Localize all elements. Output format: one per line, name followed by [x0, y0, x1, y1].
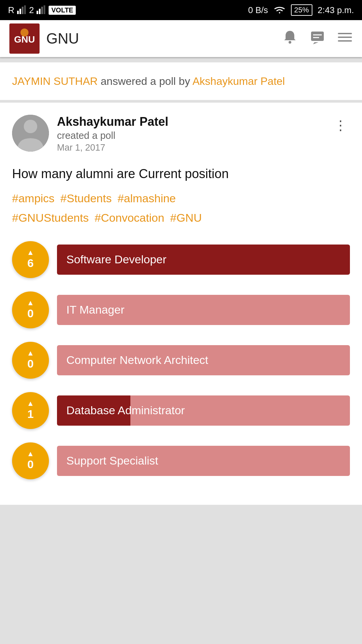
option-label-4: Database Administrator: [66, 404, 185, 417]
carrier2-label: 2: [29, 5, 34, 15]
vote-count-1: 6: [27, 256, 34, 270]
option-bar-2[interactable]: IT Manager: [57, 295, 350, 325]
activity-user-name[interactable]: JAYMIN SUTHAR: [12, 75, 98, 87]
app-title: GNU: [46, 30, 282, 47]
vote-count-5: 0: [27, 458, 34, 471]
hamburger-menu-icon: [337, 30, 353, 45]
svg-point-19: [24, 120, 37, 133]
hashtag-1[interactable]: #ampics: [12, 192, 55, 205]
hashtag-5[interactable]: #Convocation: [95, 211, 164, 224]
hashtag-6[interactable]: #GNU: [170, 211, 202, 224]
vote-count-4: 1: [27, 407, 34, 421]
svg-rect-3: [24, 5, 26, 14]
up-arrow-icon-5: ▲: [27, 450, 34, 458]
bell-icon: [282, 30, 298, 45]
gnu-logo-icon: GNU: [11, 25, 38, 52]
hashtag-2[interactable]: #Students: [60, 192, 112, 205]
option-bar-1[interactable]: Software Developer: [57, 245, 350, 275]
poll-options: ▲ 6 Software Developer ▲ 0 IT Manager: [12, 241, 350, 479]
poll-option-1: ▲ 6 Software Developer: [12, 241, 350, 278]
vote-button-2[interactable]: ▲ 0: [12, 291, 49, 328]
up-arrow-icon-1: ▲: [27, 249, 34, 256]
svg-point-10: [20, 29, 28, 37]
poll-option-5: ▲ 0 Support Specialist: [12, 442, 350, 479]
poll-option-2: ▲ 0 IT Manager: [12, 291, 350, 328]
up-arrow-icon-3: ▲: [27, 350, 34, 357]
poll-option-4: ▲ 1 Database Administrator: [12, 392, 350, 429]
messages-button[interactable]: [310, 30, 325, 48]
chat-icon: [310, 30, 325, 45]
activity-poll-creator[interactable]: Akshaykumar Patel: [192, 75, 285, 87]
vote-button-4[interactable]: ▲ 1: [12, 392, 49, 429]
option-bar-5[interactable]: Support Specialist: [57, 446, 350, 476]
wifi-icon: [274, 5, 286, 15]
vote-button-1[interactable]: ▲ 6: [12, 241, 49, 278]
time-display: 2:43 p.m.: [318, 5, 354, 15]
volte-badge: VOLTE: [49, 6, 76, 15]
activity-text: JAYMIN SUTHAR answered a poll by Akshayk…: [12, 73, 350, 89]
app-bar: GNU GNU: [0, 20, 362, 57]
signal1-icon: [17, 5, 26, 15]
up-arrow-icon-4: ▲: [27, 400, 34, 407]
post-header: Akshaykumar Patel created a poll Mar 1, …: [12, 115, 350, 153]
svg-rect-6: [41, 7, 43, 14]
option-label-2: IT Manager: [66, 303, 124, 316]
svg-rect-2: [22, 7, 23, 14]
option-bar-3[interactable]: Computer Network Architect: [57, 345, 350, 375]
hashtag-3[interactable]: #almashine: [118, 192, 176, 205]
menu-button[interactable]: [337, 30, 353, 48]
hashtag-4[interactable]: #GNUStudents: [12, 211, 89, 224]
svg-rect-7: [44, 5, 45, 14]
post-author-name[interactable]: Akshaykumar Patel: [57, 115, 331, 129]
poll-option-3: ▲ 0 Computer Network Architect: [12, 342, 350, 379]
avatar-image: [12, 115, 49, 152]
option-label-3: Computer Network Architect: [66, 354, 208, 367]
notification-button[interactable]: [282, 30, 298, 48]
activity-action: answered a poll by: [101, 75, 192, 87]
option-bar-4[interactable]: Database Administrator: [57, 395, 350, 426]
battery-indicator: 25%: [291, 4, 312, 16]
post-date: Mar 1, 2017: [57, 143, 331, 153]
content-area: JAYMIN SUTHAR answered a poll by Akshayk…: [0, 58, 362, 509]
svg-point-11: [289, 41, 291, 44]
up-arrow-icon-2: ▲: [27, 299, 34, 307]
vote-count-3: 0: [27, 357, 34, 371]
post-meta: Akshaykumar Patel created a poll Mar 1, …: [57, 115, 331, 153]
svg-rect-12: [311, 32, 324, 41]
network-speed: 0 B/s: [248, 5, 268, 15]
svg-rect-5: [39, 9, 41, 14]
more-options-button[interactable]: ⋮: [331, 115, 350, 136]
author-avatar[interactable]: [12, 115, 49, 152]
app-logo[interactable]: GNU: [9, 23, 40, 54]
carrier1-label: R: [8, 5, 14, 15]
svg-rect-0: [17, 11, 19, 14]
signal2-icon: [37, 5, 46, 15]
vote-button-3[interactable]: ▲ 0: [12, 342, 49, 379]
option-label-1: Software Developer: [66, 253, 167, 266]
svg-rect-1: [19, 9, 21, 14]
app-bar-actions: [282, 30, 353, 48]
status-left: R 2 VOLTE: [8, 5, 76, 15]
post-action-text: created a poll: [57, 130, 331, 141]
option-label-5: Support Specialist: [66, 454, 158, 467]
svg-rect-4: [37, 11, 38, 14]
poll-question: How many alumni are Current position: [12, 165, 350, 183]
status-right: 0 B/s 25% 2:43 p.m.: [248, 4, 354, 16]
vote-count-2: 0: [27, 307, 34, 320]
activity-notification-card: JAYMIN SUTHAR answered a poll by Akshayk…: [0, 62, 362, 100]
poll-hashtags: #ampics #Students #almashine #GNUStudent…: [12, 189, 350, 228]
vote-button-5[interactable]: ▲ 0: [12, 442, 49, 479]
status-bar: R 2 VOLTE 0 B/s 25% 2:43 p.m.: [0, 0, 362, 20]
post-card: Akshaykumar Patel created a poll Mar 1, …: [0, 103, 362, 505]
